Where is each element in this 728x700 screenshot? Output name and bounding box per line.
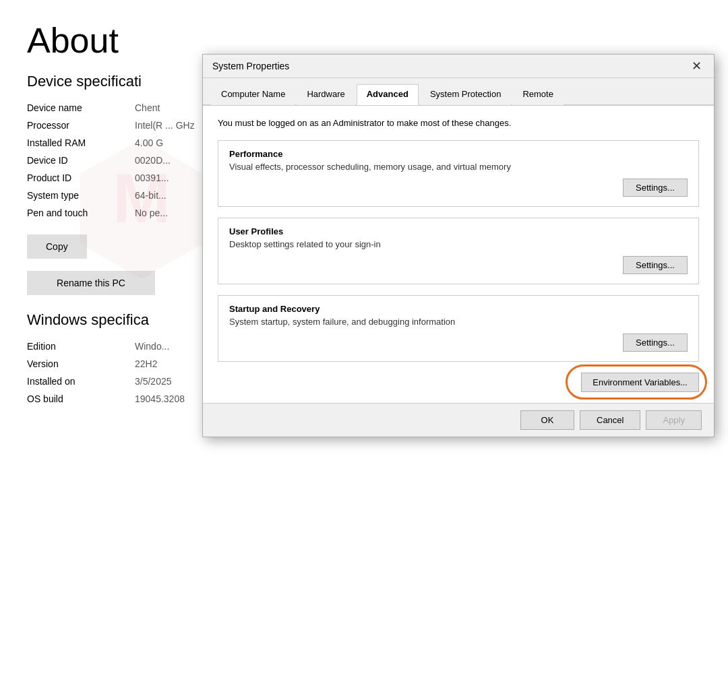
section-label-startup-recovery: Startup and Recovery — [229, 304, 688, 314]
dialog-title: System Properties — [212, 61, 289, 71]
dialog-body: You must be logged on as an Administrato… — [203, 106, 714, 403]
dialog-footer: OK Cancel Apply — [203, 403, 714, 437]
section-desc-performance: Visual effects, processor scheduling, me… — [229, 162, 688, 172]
spec-label: Edition — [27, 341, 135, 352]
spec-label: Installed on — [27, 376, 135, 387]
ok-button[interactable]: OK — [520, 410, 574, 430]
dialog-close-button[interactable]: ✕ — [689, 60, 704, 72]
section-settings-btn-performance[interactable]: Settings... — [623, 179, 688, 197]
tab-advanced[interactable]: Advanced — [357, 84, 419, 105]
section-startup-recovery: Startup and Recovery System startup, sys… — [218, 295, 699, 362]
apply-button[interactable]: Apply — [646, 410, 702, 430]
environment-variables-button[interactable]: Environment Variables... — [581, 373, 699, 392]
spec-value: 22H2 — [135, 358, 157, 369]
spec-value: Windo... — [135, 341, 169, 352]
system-properties-dialog: System Properties ✕ Computer NameHardwar… — [202, 54, 715, 437]
tab-hardware[interactable]: Hardware — [297, 84, 355, 105]
sections-container: Performance Visual effects, processor sc… — [218, 140, 699, 362]
tab-remote[interactable]: Remote — [512, 84, 564, 105]
spec-value: 3/5/2025 — [135, 376, 172, 387]
spec-label: Version — [27, 358, 135, 369]
dialog-titlebar: System Properties ✕ — [203, 55, 714, 78]
env-vars-wrapper: Environment Variables... — [218, 373, 699, 392]
spec-value: Chent — [135, 102, 160, 113]
svg-text:M: M — [113, 159, 171, 237]
tab-bar: Computer NameHardwareAdvancedSystem Prot… — [203, 78, 714, 106]
section-user-profiles: User Profiles Desktop settings related t… — [218, 218, 699, 284]
section-performance: Performance Visual effects, processor sc… — [218, 140, 699, 207]
admin-note: You must be logged on as an Administrato… — [218, 118, 699, 128]
tab-system-protection[interactable]: System Protection — [420, 84, 512, 105]
tab-computer-name[interactable]: Computer Name — [211, 84, 295, 105]
spec-label: OS build — [27, 393, 135, 404]
section-settings-btn-user-profiles[interactable]: Settings... — [623, 256, 688, 274]
section-label-user-profiles: User Profiles — [229, 226, 688, 236]
cancel-button[interactable]: Cancel — [580, 410, 640, 430]
section-settings-btn-startup-recovery[interactable]: Settings... — [623, 333, 688, 352]
section-desc-user-profiles: Desktop settings related to your sign-in — [229, 239, 688, 249]
section-desc-startup-recovery: System startup, system failure, and debu… — [229, 317, 688, 327]
spec-value: 19045.3208 — [135, 393, 185, 404]
section-label-performance: Performance — [229, 149, 688, 159]
spec-label: Device name — [27, 102, 135, 113]
